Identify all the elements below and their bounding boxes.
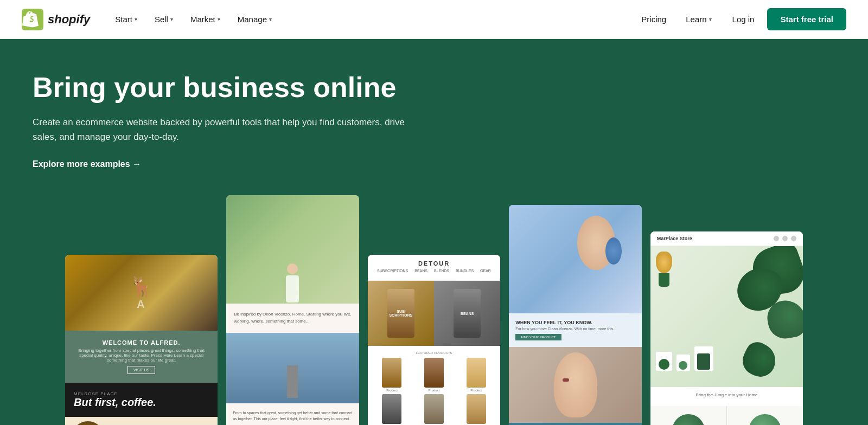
lifestyle-image2 [226,333,359,403]
plants-shelf-subtitle: Bring the Jungle into your Home [656,392,797,397]
coffee-hero-image: 🦌 A [65,255,218,331]
logo-text: shopify [48,12,90,27]
plants-product-cell-2 [727,406,803,425]
manage-chevron-icon: ▾ [269,16,272,22]
skincare-s1-title: WHEN YOU FEEL IT, YOU KNOW. [515,320,635,325]
gallery-card-coffee[interactable]: 🦌 A WELCOME TO ALFRED. Bringing together… [65,255,218,425]
plants-store-name: MarPlace Store [657,236,692,241]
coffee-card: 🦌 A WELCOME TO ALFRED. Bringing together… [65,255,218,425]
detour-product-1: Product [372,358,412,392]
coffee-welcome-body: Bringing together from special places gr… [74,348,209,363]
skincare-card: MAKE TIME TO STOP TIME. WHEN YOU FEEL IT… [509,205,642,425]
detour-product-5: Single [414,394,454,425]
detour-header: DETOUR SUBSCRIPTIONS BEANS BLENDS BUNDLE… [368,255,501,281]
detour-hero-right: BEANS [434,281,500,346]
detour-nav-bundles: BUNDLES [456,269,474,273]
nav-item-sell[interactable]: Sell ▾ [147,10,181,28]
secondary-nav: Pricing Learn ▾ Log in Start free trial [634,8,846,30]
detour-nav-beans: BEANS [414,269,427,273]
skincare-cta-button[interactable]: FIND YOUR PRODUCT [515,334,561,340]
plants-product-grid [650,406,803,425]
plants-nav-icon3 [791,236,796,241]
start-chevron-icon: ▾ [135,16,137,22]
detour-product-4: Blend [372,394,412,425]
detour-product-3: Product [456,358,496,392]
gallery-card-lifestyle[interactable]: Be inspired by Orion Vicenzo. Home. Star… [226,195,359,425]
hero-subtitle: Create an ecommerce website backed by po… [33,115,412,144]
skincare-s1-sub: For how you move Clean Vicenzo. With no … [515,327,635,331]
lifestyle-text2: From to spaces that great, something get… [226,403,359,425]
plants-nav-icons [774,236,796,241]
lifestyle-hero-image [226,195,359,304]
gallery-card-skincare[interactable]: MAKE TIME TO STOP TIME. WHEN YOU FEEL IT… [509,205,642,425]
coffee-welcome-title: WELCOME TO ALFRED. [74,339,209,346]
nav-item-pricing[interactable]: Pricing [634,10,674,28]
plants-product-cell-1 [650,406,726,425]
plants-nav-icon2 [782,236,788,241]
detour-products: FEATURED PRODUCTS Product Product Pro [368,346,501,425]
lifestyle-card: Be inspired by Orion Vicenzo. Home. Star… [226,195,359,425]
gallery-row: 🦌 A WELCOME TO ALFRED. Bringing together… [33,195,835,425]
hero-title: Bring your business online [33,72,412,104]
detour-nav-gear: GEAR [480,269,491,273]
sell-chevron-icon: ▾ [170,16,173,22]
skincare-section2: ADD A STEP, MULTIPLY THE RESULTS [509,423,642,425]
login-button[interactable]: Log in [724,10,763,28]
detour-card: DETOUR SUBSCRIPTIONS BEANS BLENDS BUNDLE… [368,255,501,425]
primary-nav: Start ▾ Sell ▾ Market ▾ Manage ▾ [107,10,634,28]
plants-nav: MarPlace Store [650,231,803,246]
detour-hero-left: SUBSCRIPTIONS [368,281,434,346]
gallery-card-plants[interactable]: MarPlace Store [650,231,803,425]
learn-chevron-icon: ▾ [709,16,712,22]
nav-item-learn[interactable]: Learn ▾ [678,10,719,28]
detour-product-2: Product [414,358,454,392]
nav-item-market[interactable]: Market ▾ [183,10,228,28]
coffee-welcome-cta[interactable]: VISIT US [127,366,155,374]
detour-hero: SUBSCRIPTIONS BEANS [368,281,501,346]
detour-nav-blends: BLENDS [434,269,449,273]
coffee-tagline-text: But first, coffee. [74,396,209,408]
coffee-tagline-section: MELROSE PLACE But first, coffee. [65,383,218,417]
skincare-hero: MAKE TIME TO STOP TIME. [509,205,642,313]
navbar: shopify Start ▾ Sell ▾ Market ▾ Manage ▾… [0,0,868,39]
gallery-card-detour[interactable]: DETOUR SUBSCRIPTIONS BEANS BLENDS BUNDLE… [368,255,501,425]
skincare-portrait [509,347,642,423]
detour-product-6: Roast [456,394,496,425]
lifestyle-description: Be inspired by Orion Vicenzo. Home. Star… [234,311,352,325]
shopify-logo-icon [22,9,43,30]
nav-item-manage[interactable]: Manage ▾ [230,10,279,28]
hero-section: Bring your business online Create an eco… [0,39,868,425]
nav-item-start[interactable]: Start ▾ [107,10,145,28]
plants-card: MarPlace Store [650,231,803,425]
logo-link[interactable]: shopify [22,9,90,30]
antler-icon: 🦌 [129,275,154,298]
skincare-section1: WHEN YOU FEEL IT, YOU KNOW. For how you … [509,313,642,347]
coffee-product-section: ☕ COME THIRSTY, COME HUNGRY. Some produc… [65,417,218,425]
detour-nav: SUBSCRIPTIONS BEANS BLENDS BUNDLES GEAR [373,267,495,275]
explore-link[interactable]: Explore more examples → [33,159,141,169]
start-trial-button[interactable]: Start free trial [767,8,846,30]
lifestyle-text-section: Be inspired by Orion Vicenzo. Home. Star… [226,304,359,333]
plants-nav-icon1 [774,236,779,241]
coffee-location-tag: MELROSE PLACE [74,391,209,396]
market-chevron-icon: ▾ [218,16,220,22]
coffee-welcome-section: WELCOME TO ALFRED. Bringing together fro… [65,331,218,383]
detour-nav-subscriptions: SUBSCRIPTIONS [377,269,408,273]
plants-hero [650,246,803,387]
detour-brand-name: DETOUR [373,260,495,267]
plants-shelf: Bring the Jungle into your Home [650,387,803,406]
